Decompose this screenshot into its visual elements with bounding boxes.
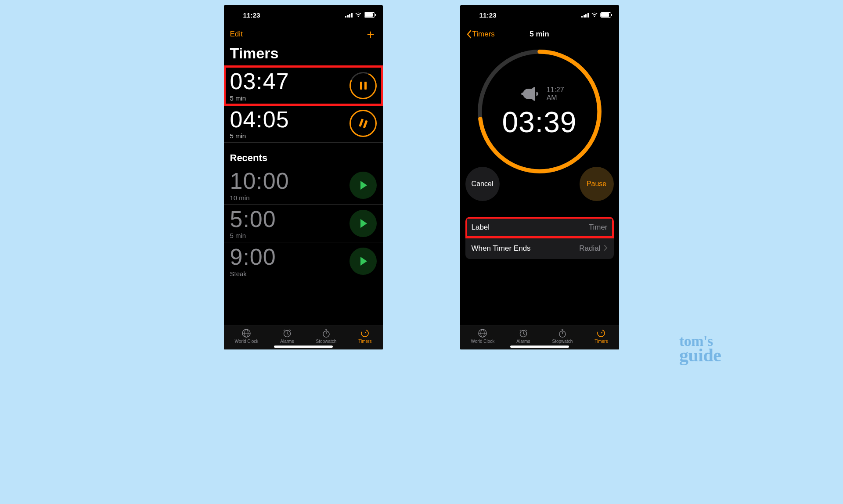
play-button[interactable] bbox=[349, 248, 377, 275]
status-bar: 11:23 bbox=[224, 5, 383, 25]
tab-label: Timers bbox=[358, 339, 371, 344]
play-button[interactable] bbox=[349, 172, 377, 199]
svg-line-6 bbox=[284, 330, 285, 331]
svg-line-21 bbox=[523, 334, 525, 335]
status-bar: 11:23 bbox=[460, 5, 619, 25]
timer-remaining: 03:47 bbox=[230, 69, 289, 94]
home-indicator[interactable] bbox=[274, 346, 333, 348]
svg-line-13 bbox=[365, 332, 366, 333]
wifi-icon bbox=[355, 12, 362, 18]
chevron-left-icon bbox=[466, 30, 472, 39]
tab-label: World Clock bbox=[235, 339, 259, 344]
timer-dial: 11:27 AM 03:39 bbox=[475, 47, 605, 176]
home-indicator[interactable] bbox=[510, 346, 569, 348]
timer-label: 5 min bbox=[230, 132, 289, 140]
back-button[interactable]: Timers bbox=[466, 30, 495, 39]
phone-timers-list: 11:23 Edit ＋ Timers 03:47 5 min bbox=[224, 5, 383, 349]
battery-icon bbox=[600, 12, 611, 18]
add-button[interactable]: ＋ bbox=[364, 26, 377, 43]
cellular-icon bbox=[345, 13, 353, 18]
tab-world-clock[interactable]: World Clock bbox=[471, 328, 495, 344]
stopwatch-icon bbox=[558, 328, 567, 338]
pause-button[interactable] bbox=[346, 68, 380, 103]
recent-duration: 5:00 bbox=[230, 207, 276, 231]
alarm-icon bbox=[519, 328, 528, 338]
status-icons bbox=[581, 12, 611, 18]
tab-alarms[interactable]: Alarms bbox=[280, 328, 294, 344]
status-time: 11:23 bbox=[479, 11, 497, 19]
play-button[interactable] bbox=[349, 210, 377, 237]
when-timer-ends-row[interactable]: When Timer Ends Radial bbox=[465, 238, 614, 259]
status-icons bbox=[345, 12, 375, 18]
tab-label: World Clock bbox=[471, 339, 495, 344]
recent-label: Steak bbox=[230, 270, 276, 277]
tab-label: Stopwatch bbox=[552, 339, 573, 344]
bell-icon bbox=[520, 79, 539, 109]
timer-label: 5 min bbox=[230, 94, 289, 102]
svg-line-22 bbox=[520, 330, 521, 331]
recent-duration: 9:00 bbox=[230, 245, 276, 269]
phone-timer-detail: 11:23 Timers 5 min bbox=[460, 5, 619, 349]
svg-line-29 bbox=[601, 332, 602, 333]
tab-label: Alarms bbox=[280, 339, 294, 344]
svg-line-23 bbox=[526, 330, 527, 331]
watermark-logo: tom'sguide bbox=[679, 335, 721, 364]
timer-icon bbox=[596, 328, 606, 338]
timer-end-time: 11:27 AM bbox=[515, 84, 564, 104]
page-title: Timers bbox=[224, 44, 383, 66]
status-time: 11:23 bbox=[243, 11, 260, 19]
pause-button[interactable] bbox=[349, 110, 377, 137]
globe-icon bbox=[241, 328, 251, 338]
nav-bar: Edit ＋ bbox=[224, 25, 383, 44]
globe-icon bbox=[478, 328, 487, 338]
tab-timers[interactable]: Timers bbox=[358, 328, 371, 344]
tab-label: Stopwatch bbox=[316, 339, 337, 344]
back-label: Timers bbox=[472, 30, 495, 39]
row-value: Radial bbox=[579, 244, 600, 253]
svg-line-7 bbox=[289, 330, 291, 331]
tab-label: Timers bbox=[594, 339, 608, 344]
label-row[interactable]: Label Timer bbox=[465, 217, 614, 238]
recent-label: 5 min bbox=[230, 232, 276, 239]
row-value: Timer bbox=[589, 223, 608, 232]
active-timer-row[interactable]: 04:05 5 min bbox=[224, 105, 383, 143]
timer-settings-group: Label Timer When Timer Ends Radial bbox=[465, 217, 614, 259]
chevron-right-icon bbox=[604, 244, 608, 253]
recents-header: Recents bbox=[224, 143, 383, 166]
recent-timer-row[interactable]: 10:00 10 min bbox=[224, 166, 383, 205]
svg-line-5 bbox=[287, 334, 288, 335]
battery-icon bbox=[364, 12, 375, 18]
tab-bar: World Clock Alarms Stopwatch Timers bbox=[460, 325, 619, 349]
tab-world-clock[interactable]: World Clock bbox=[235, 328, 259, 344]
alarm-icon bbox=[282, 328, 292, 338]
tab-stopwatch[interactable]: Stopwatch bbox=[316, 328, 337, 344]
row-key: When Timer Ends bbox=[472, 244, 531, 253]
edit-button[interactable]: Edit bbox=[230, 30, 243, 39]
tab-label: Alarms bbox=[516, 339, 530, 344]
wifi-icon bbox=[591, 12, 598, 18]
tab-alarms[interactable]: Alarms bbox=[516, 328, 530, 344]
recent-duration: 10:00 bbox=[230, 169, 289, 193]
recent-label: 10 min bbox=[230, 194, 289, 202]
tab-stopwatch[interactable]: Stopwatch bbox=[552, 328, 573, 344]
tab-bar: World Clock Alarms Stopwatch Timers bbox=[224, 325, 383, 349]
timer-remaining-large: 03:39 bbox=[502, 105, 576, 139]
recent-timer-row[interactable]: 9:00 Steak bbox=[224, 242, 383, 280]
cellular-icon bbox=[581, 13, 589, 18]
tab-timers[interactable]: Timers bbox=[594, 328, 608, 344]
timer-icon bbox=[360, 328, 370, 338]
active-timer-row[interactable]: 03:47 5 min bbox=[224, 66, 383, 105]
row-key: Label bbox=[472, 223, 490, 232]
nav-bar: Timers 5 min bbox=[460, 25, 619, 44]
stopwatch-icon bbox=[321, 328, 331, 338]
recent-timer-row[interactable]: 5:00 5 min bbox=[224, 205, 383, 243]
timer-remaining: 04:05 bbox=[230, 108, 289, 132]
